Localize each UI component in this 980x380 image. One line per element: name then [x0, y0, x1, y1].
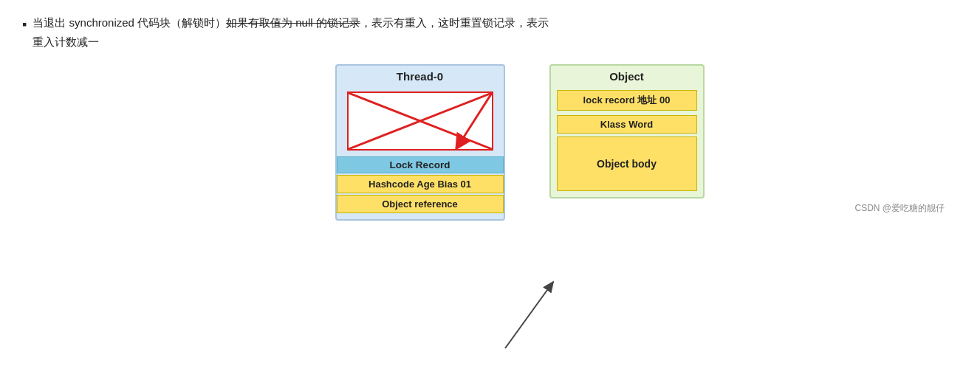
lock-record-title: Lock Record — [337, 156, 504, 173]
red-x-area — [347, 91, 493, 151]
diagram-wrapper: Thread-0 — [335, 64, 705, 221]
object-body: Object body — [557, 137, 697, 191]
thread-box: Thread-0 — [335, 64, 505, 221]
klass-word-row: Klass Word — [557, 115, 697, 134]
lock-record-section: Lock Record Hashcode Age Bias 01 Object … — [337, 156, 504, 213]
strikethrough-text: 如果有取值为 null 的锁记录 — [226, 16, 360, 29]
bullet-point: ▪ 当退出 synchronized 代码块（解锁时）如果有取值为 null 的… — [22, 13, 958, 51]
red-x-svg — [349, 93, 492, 149]
hashcode-row: Hashcode Age Bias 01 — [337, 175, 504, 193]
svg-line-3 — [459, 93, 492, 143]
diagram-area: Thread-0 — [22, 64, 958, 221]
object-box: Object lock record 地址 00 Klass Word Obje… — [549, 64, 705, 198]
object-title: Object — [551, 66, 703, 86]
object-reference-row: Object reference — [337, 195, 504, 213]
bullet-content: 当退出 synchronized 代码块（解锁时）如果有取值为 null 的锁记… — [32, 13, 958, 51]
svg-line-6 — [505, 282, 553, 348]
lock-record-address-row: lock record 地址 00 — [557, 90, 697, 111]
watermark: CSDN @爱吃糖的靓仔 — [854, 202, 945, 215]
bullet-symbol: ▪ — [22, 13, 27, 36]
thread-title: Thread-0 — [337, 66, 504, 86]
